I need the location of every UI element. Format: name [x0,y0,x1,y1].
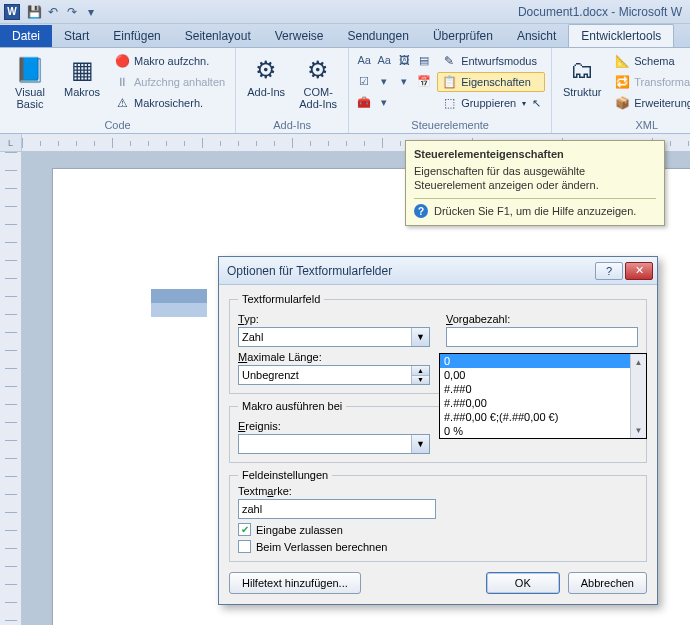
format-option[interactable]: 0 % [440,424,646,438]
com-addins-icon: ⚙ [302,54,334,86]
expansion-packs-button[interactable]: 📦Erweiterungspakete [610,93,690,113]
schema-button[interactable]: 📐Schema [610,51,690,71]
qat-customize-icon[interactable]: ▾ [83,4,99,20]
app-icon: W [4,4,20,20]
window-title: Document1.docx - Microsoft W [518,5,686,19]
legacy-dropdown-icon[interactable]: ▾ [375,93,393,111]
addins-icon: ⚙ [250,54,282,86]
buildingblock-control-icon[interactable]: ▤ [415,51,433,69]
group-label-controls: Steuerelemente [355,118,545,132]
tab-start[interactable]: Start [52,25,101,47]
dialog-close-button[interactable]: ✕ [625,262,653,280]
dialog-help-button[interactable]: ? [595,262,623,280]
group-code: 📘 Visual Basic ▦ Makros 🔴Makro aufzchn. … [0,48,236,133]
expansion-icon: 📦 [614,95,630,111]
properties-button[interactable]: 📋Eigenschaften [437,72,545,92]
default-number-label: Vorgabezahl: [446,313,638,325]
tab-review[interactable]: Überprüfen [421,25,505,47]
chevron-down-icon[interactable]: ▼ [411,435,429,453]
bookmark-input[interactable]: zahl [238,499,436,519]
tab-insert[interactable]: Einfügen [101,25,172,47]
cancel-button[interactable]: Abbrechen [568,572,647,594]
quick-access-toolbar: 💾 ↶ ↷ ▾ [26,4,99,20]
tab-selector[interactable]: L [0,134,22,152]
cursor-icon: ↖ [532,97,541,110]
scroll-down-icon[interactable]: ▼ [631,422,646,438]
tab-references[interactable]: Verweise [263,25,336,47]
dropdown-control-icon[interactable]: ▾ [395,72,413,90]
macro-security-button[interactable]: ⚠Makrosicherh. [110,93,229,113]
group-label-code: Code [6,118,229,132]
checkbox-icon [238,540,251,553]
form-field-selection[interactable] [151,289,207,317]
format-option[interactable]: #.##0,00 [440,396,646,410]
pause-recording-button: ⏸Aufzchng anhalten [110,72,229,92]
spinner-down-icon[interactable]: ▼ [411,376,429,385]
transform-icon: 🔁 [614,74,630,90]
event-combo[interactable]: ▼ [238,434,430,454]
format-dropdown-list[interactable]: 0 0,00 #.##0 #.##0,00 #.##0,00 €;(#.##0,… [439,353,647,439]
dialog-titlebar[interactable]: Optionen für Textformularfelder ? ✕ [219,257,657,285]
visual-basic-icon: 📘 [14,54,46,86]
macros-button[interactable]: ▦ Makros [58,51,106,101]
picture-control-icon[interactable]: 🖼 [395,51,413,69]
maxlen-spinner[interactable]: Unbegrenzt ▲▼ [238,365,430,385]
group-controls: Aa Aa 🖼 ▤ ☑ ▾ ▾ 📅 🧰 ▾ ✎Entwurfsmodus [349,48,552,133]
vertical-ruler[interactable] [0,152,22,625]
scroll-up-icon[interactable]: ▲ [631,354,646,370]
type-label: Typ: [238,313,430,325]
richtext-control-icon[interactable]: Aa [355,51,373,69]
spinner-up-icon[interactable]: ▲ [411,366,429,376]
tooltip-title: Steuerelementeigenschaften [414,148,656,160]
redo-icon[interactable]: ↷ [64,4,80,20]
com-addins-button[interactable]: ⚙ COM- Add-Ins [294,51,342,113]
macros-icon: ▦ [66,54,98,86]
chevron-down-icon[interactable]: ▼ [411,328,429,346]
event-label: Ereignis: [238,420,430,432]
record-macro-button[interactable]: 🔴Makro aufzchn. [110,51,229,71]
group-addins: ⚙ Add-Ins ⚙ COM- Add-Ins Add-Ins [236,48,349,133]
format-option[interactable]: 0 [440,354,646,368]
fieldset-settings: Feldeinstellungen Textmarke: zahl ✔ Eing… [229,469,647,562]
type-combo[interactable]: Zahl ▼ [238,327,430,347]
tab-mailings[interactable]: Sendungen [335,25,420,47]
enable-input-checkbox[interactable]: ✔ Eingabe zulassen [238,523,638,536]
pause-icon: ⏸ [114,74,130,90]
group-label-addins: Add-Ins [242,118,342,132]
schema-icon: 📐 [614,53,630,69]
combobox-control-icon[interactable]: ▾ [375,72,393,90]
tab-layout[interactable]: Seitenlayout [173,25,263,47]
legacy-tools-icon[interactable]: 🧰 [355,93,373,111]
add-help-text-button[interactable]: Hilfetext hinzufügen... [229,572,361,594]
dropdown-scrollbar[interactable]: ▲ ▼ [630,354,646,438]
format-option[interactable]: #.##0,00 €;(#.##0,00 €) [440,410,646,424]
ok-button[interactable]: OK [486,572,560,594]
properties-icon: 📋 [441,74,457,90]
save-icon[interactable]: 💾 [26,4,42,20]
tooltip-footer: Drücken Sie F1, um die Hilfe anzuzeigen. [434,205,636,217]
calc-on-exit-checkbox[interactable]: Beim Verlassen berechnen [238,540,638,553]
checkbox-icon: ✔ [238,523,251,536]
date-control-icon[interactable]: 📅 [415,72,433,90]
visual-basic-button[interactable]: 📘 Visual Basic [6,51,54,113]
tab-file[interactable]: Datei [0,25,52,47]
addins-button[interactable]: ⚙ Add-Ins [242,51,290,101]
plaintext-control-icon[interactable]: Aa [375,51,393,69]
dialog-title: Optionen für Textformularfelder [227,264,392,278]
ribbon: 📘 Visual Basic ▦ Makros 🔴Makro aufzchn. … [0,48,690,134]
default-number-input[interactable] [446,327,638,347]
format-option[interactable]: #.##0 [440,382,646,396]
group-button[interactable]: ⬚Gruppieren▾↖ [437,93,545,113]
checkbox-control-icon[interactable]: ☑ [355,72,373,90]
group-icon: ⬚ [441,95,457,111]
design-mode-button[interactable]: ✎Entwurfsmodus [437,51,545,71]
help-icon: ? [414,204,428,218]
tab-developer[interactable]: Entwicklertools [568,24,674,47]
text-form-field-options-dialog: Optionen für Textformularfelder ? ✕ Text… [218,256,658,605]
format-option[interactable]: 0,00 [440,368,646,382]
structure-button[interactable]: 🗂 Struktur [558,51,606,101]
bookmark-label: Textmarke: [238,485,436,497]
structure-icon: 🗂 [566,54,598,86]
undo-icon[interactable]: ↶ [45,4,61,20]
tab-view[interactable]: Ansicht [505,25,568,47]
